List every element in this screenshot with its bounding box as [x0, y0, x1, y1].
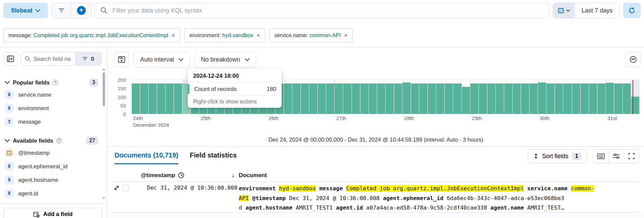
field-list-item[interactable]: @timestamp [0, 146, 102, 160]
field-section-header[interactable]: Available fields?27 [0, 135, 102, 146]
histogram-bucket [470, 80, 479, 114]
histogram-bar[interactable] [436, 83, 444, 114]
data-view-picker[interactable]: filebeat [3, 3, 48, 18]
time-range-button[interactable]: Last 7 days [575, 3, 619, 18]
field-list-item[interactable]: tmessage [0, 115, 102, 128]
tab-documents[interactable]: Documents (10,719) [114, 148, 178, 164]
breakdown-dropdown[interactable]: No breakdown [195, 51, 256, 68]
add-filter-button[interactable]: + [71, 3, 91, 18]
filter-pill[interactable]: message: Completed job org.quartz.impl.J… [3, 28, 180, 42]
histogram-bar[interactable] [487, 83, 495, 114]
sort-descending-icon[interactable]: ↓ [232, 172, 235, 179]
document-row[interactable]: Dec 31, 2024 @ 10:36:00.008 environment … [112, 182, 639, 213]
histogram-bar[interactable] [504, 83, 512, 114]
timestamp-column-header[interactable]: @timestamp ↓ [141, 172, 239, 179]
histogram-bar[interactable] [369, 83, 377, 114]
histogram-bar[interactable] [284, 83, 292, 114]
histogram-bar[interactable] [606, 83, 614, 114]
remove-filter-icon[interactable]: × [257, 32, 260, 39]
histogram-bar[interactable] [614, 83, 622, 114]
field-search-input[interactable] [31, 52, 71, 65]
histogram-bar[interactable] [301, 83, 309, 114]
histogram-bar[interactable] [292, 83, 301, 114]
histogram-bar[interactable] [386, 83, 394, 114]
fullscreen-button[interactable] [624, 149, 639, 163]
histogram-bar[interactable] [445, 83, 453, 114]
field-list-item[interactable]: kagent.ephemeral_id [0, 160, 102, 173]
histogram-bar[interactable] [530, 83, 538, 114]
field-section-header[interactable]: Popular fields?3 [0, 77, 102, 88]
histogram-bar[interactable] [140, 83, 148, 114]
histogram-bar[interactable] [343, 83, 351, 114]
sidebar-scrollbar[interactable] [103, 72, 105, 106]
histogram-bar[interactable] [572, 83, 580, 114]
refresh-button[interactable] [623, 3, 641, 18]
histogram-bar[interactable] [546, 83, 555, 114]
histogram-bar[interactable] [462, 87, 470, 114]
histogram-bar[interactable] [453, 83, 461, 114]
field-filter-button[interactable]: 0 [75, 52, 101, 65]
histogram-bar[interactable] [411, 83, 419, 114]
tab-field-statistics[interactable]: Field statistics [190, 148, 237, 164]
scroll-down-caret[interactable] [102, 197, 105, 199]
histogram-bar[interactable] [623, 83, 631, 114]
interval-dropdown[interactable]: Auto interval [134, 51, 190, 68]
field-list-item[interactable]: kservice.name [0, 88, 102, 101]
field-name: service.name [18, 92, 51, 98]
histogram-bar[interactable] [360, 83, 368, 114]
document-field-value: AMRIT_TEST1 [296, 204, 336, 211]
histogram-bar[interactable] [513, 83, 521, 114]
histogram-bar[interactable] [352, 83, 360, 114]
field-type-badge-date [5, 148, 14, 158]
histogram-bucket [301, 80, 309, 114]
histogram-bar[interactable] [521, 83, 529, 114]
time-interval-caption: Dec 24, 2024 @ 00:00:00.000 - Dec 31, 20… [108, 137, 644, 143]
histogram-bar[interactable] [149, 83, 157, 114]
add-field-button[interactable]: Add a field [3, 208, 102, 218]
histogram-bar[interactable] [581, 83, 589, 114]
histogram-bar[interactable] [326, 83, 334, 114]
histogram-bar[interactable] [157, 83, 165, 114]
document-column-header[interactable]: Document [239, 172, 267, 179]
document-line: API @timestamp Dec 31, 2024 @ 10:36:00.0… [239, 194, 639, 203]
kql-search-bar[interactable] [95, 3, 549, 18]
histogram-bar[interactable] [555, 83, 563, 114]
edit-visualization-button[interactable] [626, 52, 641, 67]
histogram-bar[interactable] [335, 83, 343, 114]
histogram-bar[interactable] [174, 83, 182, 114]
field-list-item[interactable]: kagent.id [0, 187, 102, 200]
scroll-up-caret[interactable] [102, 68, 105, 70]
row-checkbox[interactable] [123, 185, 129, 191]
histogram-bar[interactable] [496, 83, 504, 114]
date-picker-calendar-button[interactable] [553, 3, 575, 18]
histogram-bar[interactable] [428, 83, 436, 114]
histogram-bar[interactable] [470, 83, 479, 114]
histogram-bar[interactable] [419, 83, 428, 114]
histogram-bar[interactable] [589, 83, 597, 114]
collapse-sidebar-button[interactable] [3, 52, 18, 66]
filter-pill[interactable]: environment: hyd-sandbox × [184, 28, 265, 42]
histogram-bar[interactable] [403, 82, 411, 114]
field-list-item[interactable]: kenvironment [0, 101, 102, 115]
histogram-bar[interactable] [538, 82, 546, 114]
display-options-button[interactable] [609, 149, 624, 163]
chart-options-button[interactable] [114, 52, 129, 67]
histogram-bar[interactable] [377, 83, 385, 114]
expand-document-icon[interactable] [113, 185, 120, 191]
histogram-bar[interactable] [563, 83, 571, 114]
field-list-item[interactable]: kagent.hostname [0, 173, 102, 187]
remove-filter-icon[interactable]: × [344, 32, 347, 39]
histogram-bar[interactable] [165, 83, 174, 114]
keyboard-shortcuts-button[interactable] [593, 149, 609, 163]
histogram-bar[interactable] [318, 83, 326, 114]
histogram-bar[interactable] [132, 83, 140, 114]
histogram-bar[interactable] [309, 83, 317, 114]
histogram-bar[interactable] [394, 83, 402, 114]
filter-menu-button[interactable] [52, 3, 71, 18]
kql-search-input[interactable] [112, 7, 544, 14]
histogram-bar[interactable] [479, 83, 487, 114]
histogram-bar[interactable] [597, 83, 606, 114]
filter-pill[interactable]: service.name: common-API × [269, 28, 353, 42]
remove-filter-icon[interactable]: × [172, 32, 175, 39]
sort-fields-button[interactable]: Sort fields 1 [528, 149, 587, 163]
